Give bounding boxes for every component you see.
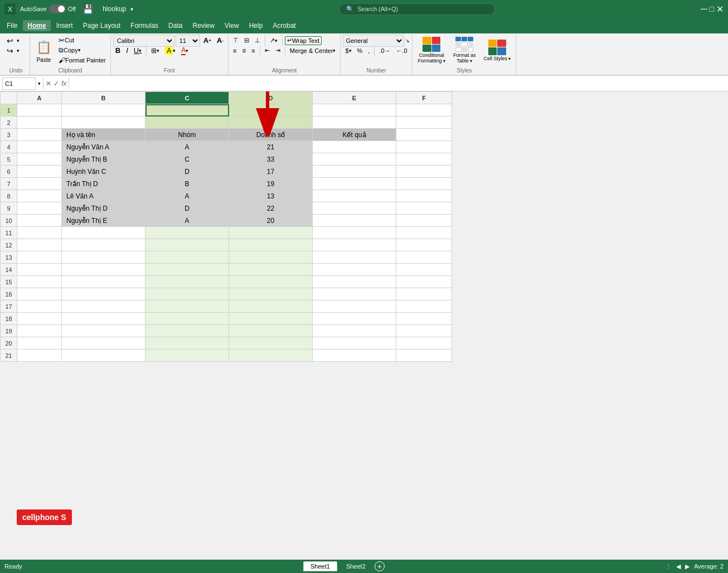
cell-a1[interactable]: [17, 104, 62, 116]
indent-dec-button[interactable]: ⇤: [263, 46, 272, 55]
cell-b6[interactable]: Huỳnh Văn C: [62, 166, 145, 178]
cell-c3[interactable]: Nhóm: [145, 129, 229, 141]
cell-c7[interactable]: B: [145, 178, 229, 190]
close-btn[interactable]: ✕: [716, 4, 724, 14]
cell-d2[interactable]: [229, 116, 313, 129]
cell-c1[interactable]: [145, 104, 229, 116]
undo-arrow[interactable]: ▾: [17, 38, 20, 43]
cell-b4[interactable]: Nguyễn Văn A: [62, 141, 145, 153]
cell-styles-button[interactable]: Cell Styles ▾: [481, 36, 513, 65]
right-align-button[interactable]: ≡: [249, 46, 257, 55]
wrap-text-button[interactable]: ↵ Wrap Text: [285, 36, 322, 45]
cell-f2[interactable]: [396, 116, 452, 129]
formula-cancel-icon[interactable]: ✕: [46, 80, 51, 88]
cell-e2[interactable]: [313, 116, 396, 129]
font-grow-button[interactable]: A+: [201, 36, 213, 45]
cell-c4[interactable]: A: [145, 141, 229, 153]
mid-align-button[interactable]: ⊟: [242, 36, 251, 45]
cell-f10[interactable]: [396, 215, 452, 227]
cell-e1[interactable]: [313, 104, 396, 116]
formula-input[interactable]: [71, 77, 726, 90]
top-align-button[interactable]: ⊤: [231, 36, 241, 45]
menu-data[interactable]: Data: [164, 20, 187, 31]
menu-insert[interactable]: Insert: [52, 20, 77, 31]
menu-acrobat[interactable]: Acrobat: [268, 20, 300, 31]
col-header-b[interactable]: B: [62, 92, 145, 104]
cell-b7[interactable]: Trần Thị D: [62, 178, 145, 190]
save-button[interactable]: 💾: [80, 4, 96, 13]
cell-a5[interactable]: [17, 153, 62, 166]
bold-button[interactable]: B: [113, 46, 123, 55]
redo-arrow[interactable]: ▾: [17, 48, 20, 54]
bot-align-button[interactable]: ⊥: [253, 36, 263, 45]
cell-b9[interactable]: Nguyễn Thị D: [62, 202, 145, 215]
row-header-4[interactable]: 4: [1, 141, 17, 153]
percent-button[interactable]: %: [355, 46, 365, 55]
col-header-c[interactable]: C: [145, 92, 229, 104]
col-header-e[interactable]: E: [313, 92, 396, 104]
cell-e3[interactable]: Kết quả: [313, 129, 396, 141]
format-as-table-button[interactable]: Format asTable ▾: [450, 36, 479, 65]
minimize-btn[interactable]: ─: [701, 4, 707, 14]
cell-f9[interactable]: [396, 202, 452, 215]
maximize-btn[interactable]: □: [710, 4, 714, 13]
cell-d8[interactable]: 13: [229, 190, 313, 202]
row-header-2[interactable]: 2: [1, 116, 17, 129]
row-header-9[interactable]: 9: [1, 202, 17, 215]
cell-d1[interactable]: [229, 104, 313, 116]
cell-ref-dropdown[interactable]: ▾: [38, 81, 41, 86]
row-header-7[interactable]: 7: [1, 178, 17, 190]
cell-a8[interactable]: [17, 190, 62, 202]
cell-e5[interactable]: [313, 153, 396, 166]
center-align-button[interactable]: ≡: [240, 46, 248, 55]
cell-c2[interactable]: [145, 116, 229, 129]
row-header-6[interactable]: 6: [1, 166, 17, 178]
cell-d10[interactable]: 20: [229, 215, 313, 227]
cell-a7[interactable]: [17, 178, 62, 190]
cell-a9[interactable]: [17, 202, 62, 215]
cell-c5[interactable]: C: [145, 153, 229, 166]
cell-d7[interactable]: 19: [229, 178, 313, 190]
formula-confirm-icon[interactable]: ✓: [54, 80, 59, 88]
col-header-f[interactable]: F: [396, 92, 452, 104]
menu-page-layout[interactable]: Page Layout: [79, 20, 125, 31]
cell-f5[interactable]: [396, 153, 452, 166]
cell-b10[interactable]: Nguyễn Thị E: [62, 215, 145, 227]
orientation-button[interactable]: ↗▾: [268, 36, 280, 45]
cell-c8[interactable]: A: [145, 190, 229, 202]
cell-c10[interactable]: A: [145, 215, 229, 227]
cell-a2[interactable]: [17, 116, 62, 129]
menu-review[interactable]: Review: [188, 20, 219, 31]
cell-b2[interactable]: [62, 116, 145, 129]
border-button[interactable]: ⊞ ▾: [149, 46, 162, 55]
cell-e9[interactable]: [313, 202, 396, 215]
cell-d6[interactable]: 17: [229, 166, 313, 178]
menu-home[interactable]: Home: [23, 20, 50, 31]
row-header-5[interactable]: 5: [1, 153, 17, 166]
col-header-d[interactable]: D: [229, 92, 313, 104]
cell-a10[interactable]: [17, 215, 62, 227]
cell-a6[interactable]: [17, 166, 62, 178]
col-header-a[interactable]: A: [17, 92, 62, 104]
font-size-select[interactable]: 11: [176, 35, 200, 47]
cell-e8[interactable]: [313, 190, 396, 202]
menu-help[interactable]: Help: [245, 20, 268, 31]
menu-formulas[interactable]: Formulas: [126, 20, 163, 31]
cell-f4[interactable]: [396, 141, 452, 153]
cell-a4[interactable]: [17, 141, 62, 153]
font-name-select[interactable]: Calibri: [113, 35, 174, 47]
cell-f1[interactable]: [396, 104, 452, 116]
cell-f7[interactable]: [396, 178, 452, 190]
fill-color-button[interactable]: A ▾: [163, 46, 178, 55]
cell-d9[interactable]: 22: [229, 202, 313, 215]
row-header-10[interactable]: 10: [1, 215, 17, 227]
cut-button[interactable]: ✂ Cut: [56, 36, 108, 45]
cell-a3[interactable]: [17, 129, 62, 141]
underline-button[interactable]: U ▾: [132, 46, 144, 55]
cell-e4[interactable]: [313, 141, 396, 153]
cell-f8[interactable]: [396, 190, 452, 202]
row-header-8[interactable]: 8: [1, 190, 17, 202]
menu-file[interactable]: File: [2, 20, 22, 31]
comma-button[interactable]: ,: [366, 46, 372, 55]
cell-ref-box[interactable]: C1: [2, 77, 36, 90]
